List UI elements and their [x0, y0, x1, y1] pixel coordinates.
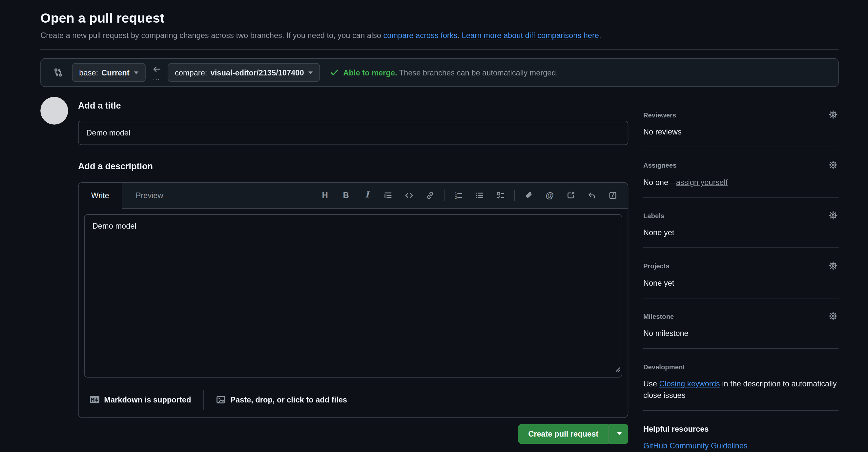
- italic-icon[interactable]: I: [356, 185, 378, 205]
- markdown-supported[interactable]: Markdown is supported: [90, 394, 191, 405]
- gear-icon[interactable]: [829, 261, 837, 273]
- gear-icon[interactable]: [829, 110, 837, 122]
- cross-reference-icon[interactable]: [560, 185, 581, 205]
- gear-icon[interactable]: [829, 161, 837, 172]
- create-pr-split-button: Create pull request: [518, 424, 628, 444]
- avatar[interactable]: [40, 97, 68, 125]
- sidebar: Reviewers No reviews Assignees No one—as…: [643, 97, 839, 452]
- helpful-resources-heading: Helpful resources: [643, 425, 839, 433]
- chevron-down-icon: [134, 71, 138, 74]
- svg-text:1: 1: [455, 191, 457, 195]
- resize-handle[interactable]: [614, 364, 621, 375]
- markdown-toolbar: H B I: [315, 182, 628, 208]
- development-heading: Development: [643, 363, 839, 372]
- milestone-heading: Milestone: [643, 313, 839, 321]
- projects-value: None yet: [643, 278, 839, 289]
- git-compare-icon: [53, 68, 63, 77]
- range-dots: ...: [153, 74, 160, 81]
- saved-replies-icon[interactable]: [581, 185, 602, 205]
- merge-status: Able to merge. These branches can be aut…: [330, 67, 558, 78]
- subtitle-text: Create a new pull request by comparing c…: [40, 31, 383, 40]
- sidebar-section-development: Development Use Closing keywords in the …: [643, 349, 839, 411]
- base-branch-button[interactable]: base: Current: [72, 63, 145, 82]
- sidebar-section-helpful-resources: Helpful resources GitHub Community Guide…: [643, 411, 839, 452]
- branch-range-indicator: ...: [152, 65, 161, 81]
- sidebar-section-reviewers: Reviewers No reviews: [643, 97, 839, 148]
- pr-description-textarea[interactable]: Demo model: [84, 214, 622, 378]
- projects-heading: Projects: [643, 262, 839, 270]
- chevron-down-icon: [617, 432, 622, 435]
- attach-file-icon[interactable]: [518, 185, 539, 205]
- attach-files-area[interactable]: Paste, drop, or click to add files: [216, 394, 347, 405]
- gear-icon[interactable]: [829, 211, 837, 223]
- create-pull-request-button[interactable]: Create pull request: [518, 424, 609, 444]
- header-divider: [40, 50, 838, 50]
- labels-value: None yet: [643, 227, 839, 238]
- page-title: Open a pull request: [40, 10, 838, 27]
- bold-icon[interactable]: B: [336, 185, 356, 205]
- pr-title-input[interactable]: [78, 121, 628, 145]
- toolbar-divider: [444, 190, 444, 201]
- assign-yourself-link[interactable]: assign yourself: [676, 178, 728, 187]
- check-icon: [330, 68, 339, 77]
- reviewers-heading: Reviewers: [643, 111, 839, 120]
- quote-icon[interactable]: [378, 185, 399, 205]
- github-community-guidelines-link[interactable]: GitHub Community Guidelines: [643, 441, 748, 450]
- unordered-list-icon[interactable]: [469, 185, 490, 205]
- compare-branch-button[interactable]: compare: visual-editor/2135/107400: [167, 63, 320, 82]
- link-icon[interactable]: [420, 185, 440, 205]
- footer-divider: [204, 389, 204, 409]
- sidebar-section-projects: Projects None yet: [643, 248, 839, 299]
- reviewers-value: No reviews: [643, 126, 839, 138]
- sidebar-section-labels: Labels None yet: [643, 198, 839, 248]
- learn-more-diff-link[interactable]: Learn more about diff comparisons here: [462, 31, 599, 40]
- assignees-heading: Assignees: [643, 162, 839, 170]
- svg-text:2: 2: [455, 195, 457, 199]
- compare-across-forks-link[interactable]: compare across forks: [383, 31, 458, 40]
- merge-status-detail: These branches can be automatically merg…: [399, 68, 558, 77]
- slash-commands-icon[interactable]: [602, 185, 623, 205]
- sidebar-section-milestone: Milestone No milestone: [643, 298, 839, 349]
- merge-status-emphasis: Able to merge.: [343, 68, 397, 77]
- closing-keywords-link[interactable]: Closing keywords: [659, 379, 720, 388]
- code-icon[interactable]: [399, 185, 420, 205]
- editor-footer: Markdown is supported Paste, drop, or cl…: [79, 383, 628, 417]
- toolbar-divider: [515, 190, 515, 201]
- branch-compare-bar: base: Current ... compare: visual-editor…: [40, 58, 838, 87]
- editor-tab-bar: Write Preview H B I: [79, 182, 628, 208]
- numbered-list-icon[interactable]: 12: [448, 185, 469, 205]
- markdown-icon: [90, 395, 99, 403]
- page-subtitle: Create a new pull request by comparing c…: [40, 30, 838, 41]
- description-heading: Add a description: [78, 160, 628, 173]
- chevron-down-icon: [308, 71, 313, 74]
- markdown-editor: Write Preview H B I: [78, 182, 628, 418]
- sidebar-section-assignees: Assignees No one—assign yourself: [643, 147, 839, 198]
- task-list-icon[interactable]: [490, 185, 511, 205]
- gear-icon[interactable]: [829, 312, 837, 324]
- title-heading: Add a title: [78, 99, 628, 112]
- tab-write[interactable]: Write: [79, 182, 122, 208]
- page-viewport: Open a pull request Create a new pull re…: [0, 0, 868, 452]
- arrow-left-icon: [152, 65, 161, 73]
- heading-icon[interactable]: H: [315, 185, 336, 205]
- tab-preview[interactable]: Preview: [122, 182, 177, 208]
- labels-heading: Labels: [643, 212, 839, 220]
- milestone-value: No milestone: [643, 328, 839, 340]
- image-icon: [216, 395, 226, 405]
- mention-icon[interactable]: @: [539, 185, 560, 205]
- create-pr-dropdown-button[interactable]: [609, 424, 628, 444]
